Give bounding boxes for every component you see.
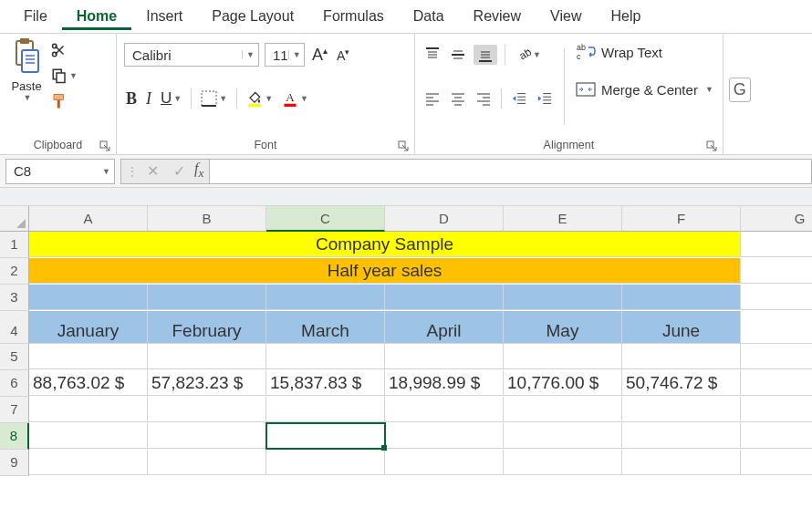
clipboard-launcher[interactable]: [99, 140, 110, 150]
align-top-button[interactable]: [422, 44, 442, 66]
copy-button[interactable]: ▼: [49, 65, 79, 87]
row-header-9[interactable]: 9: [0, 450, 29, 476]
cell-blue-3-4[interactable]: [504, 285, 622, 310]
row-header-8[interactable]: 8: [0, 423, 29, 450]
cell-9-1[interactable]: [148, 450, 266, 475]
chevron-down-icon[interactable]: ▼: [99, 167, 110, 176]
chevron-down-icon[interactable]: ▼: [24, 93, 32, 102]
cell-blue-3-2[interactable]: [266, 285, 385, 310]
cell-G1[interactable]: [741, 232, 812, 257]
align-bottom-button[interactable]: [474, 45, 497, 65]
enter-icon[interactable]: ✓: [168, 162, 191, 180]
cell-9-0[interactable]: [29, 450, 148, 475]
col-header-C[interactable]: C: [266, 206, 385, 232]
menu-page-layout[interactable]: Page Layout: [197, 3, 308, 30]
cell-value-1[interactable]: 57,823.23 $: [148, 370, 266, 396]
cell-month-2[interactable]: March: [266, 311, 385, 344]
cell-blue-3-1[interactable]: [148, 285, 266, 310]
orientation-button[interactable]: ab ▼: [513, 44, 543, 66]
cell-7-0[interactable]: [29, 397, 148, 422]
cell-7-6[interactable]: [741, 397, 812, 422]
format-painter-button[interactable]: [49, 90, 79, 112]
cell-9-2[interactable]: [266, 450, 385, 475]
bold-button[interactable]: B: [124, 88, 139, 109]
borders-button[interactable]: ▼: [199, 88, 229, 109]
italic-button[interactable]: I: [144, 88, 153, 109]
cell-month-4[interactable]: May: [504, 311, 622, 344]
cell-value-4[interactable]: 10,776.00 $: [504, 370, 622, 396]
align-center-button[interactable]: [448, 88, 468, 109]
name-box[interactable]: C8 ▼: [5, 159, 115, 184]
menu-formulas[interactable]: Formulas: [308, 3, 399, 30]
fill-color-button[interactable]: ▼: [245, 88, 275, 109]
align-middle-button[interactable]: [448, 44, 468, 66]
col-header-D[interactable]: D: [385, 206, 504, 232]
wrap-text-button[interactable]: abc Wrap Text: [574, 41, 715, 63]
decrease-font-button[interactable]: A▾: [335, 44, 351, 66]
formula-input[interactable]: [209, 159, 812, 184]
cell-G2[interactable]: [741, 258, 812, 284]
cell-blue-3-0[interactable]: [29, 285, 148, 310]
row-header-1[interactable]: 1: [0, 232, 29, 258]
cell-month-5[interactable]: June: [622, 311, 741, 344]
cell-G6[interactable]: [741, 370, 812, 396]
cell-5-5[interactable]: [622, 344, 741, 369]
cell-B8[interactable]: [148, 423, 266, 449]
cell-5-0[interactable]: [29, 344, 148, 369]
align-right-button[interactable]: [474, 88, 494, 109]
cell-subtitle[interactable]: Half year sales: [29, 258, 741, 284]
select-all-corner[interactable]: [0, 206, 29, 232]
chevron-down-icon[interactable]: ▼: [69, 71, 78, 80]
chevron-down-icon[interactable]: ▼: [219, 94, 227, 103]
increase-font-button[interactable]: A▴: [310, 44, 329, 66]
font-size-select[interactable]: 11 ▼: [265, 43, 305, 67]
font-launcher[interactable]: [398, 140, 409, 150]
chevron-down-icon[interactable]: ▼: [533, 50, 541, 59]
cell-7-4[interactable]: [504, 397, 622, 422]
cell-value-2[interactable]: 15,837.83 $: [266, 370, 385, 396]
number-format-partial[interactable]: G: [729, 78, 751, 102]
chevron-down-icon[interactable]: ▼: [300, 94, 308, 103]
cell-A8[interactable]: [29, 423, 148, 449]
col-header-B[interactable]: B: [148, 206, 266, 232]
cell-5-6[interactable]: [741, 344, 812, 369]
increase-indent-button[interactable]: [535, 88, 555, 109]
cell-month-0[interactable]: January: [29, 311, 148, 344]
cell-value-0[interactable]: 88,763.02 $: [29, 370, 148, 396]
cell-F8[interactable]: [622, 423, 741, 449]
font-color-button[interactable]: A ▼: [280, 88, 310, 109]
cell-9-6[interactable]: [741, 450, 812, 475]
chevron-down-icon[interactable]: ▼: [288, 50, 301, 59]
cell-7-2[interactable]: [266, 397, 385, 422]
row-header-3[interactable]: 3: [0, 285, 29, 311]
cut-button[interactable]: [49, 39, 79, 61]
menu-help[interactable]: Help: [596, 3, 655, 30]
row-header-2[interactable]: 2: [0, 258, 29, 285]
col-header-E[interactable]: E: [504, 206, 622, 232]
cell-D8[interactable]: [385, 423, 504, 449]
cancel-icon[interactable]: ✕: [141, 162, 164, 180]
spreadsheet-grid[interactable]: ABCDEFG 1Company Sample2Half year sales3…: [0, 206, 812, 476]
cell-blue-3-3[interactable]: [385, 285, 504, 310]
cell-G3[interactable]: [741, 285, 812, 310]
chevron-down-icon[interactable]: ▼: [705, 85, 713, 94]
cell-title[interactable]: Company Sample: [29, 232, 741, 257]
menu-home[interactable]: Home: [62, 3, 131, 30]
fx-icon[interactable]: fx: [194, 161, 203, 181]
menu-review[interactable]: Review: [459, 3, 536, 30]
cell-value-5[interactable]: 50,746.72 $: [622, 370, 741, 396]
cell-9-5[interactable]: [622, 450, 741, 475]
cell-blue-3-5[interactable]: [622, 285, 741, 310]
col-header-A[interactable]: A: [29, 206, 148, 232]
row-header-5[interactable]: 5: [0, 344, 29, 370]
cell-7-3[interactable]: [385, 397, 504, 422]
chevron-down-icon[interactable]: ▼: [265, 94, 273, 103]
merge-center-button[interactable]: Merge & Center ▼: [574, 79, 715, 99]
cell-9-4[interactable]: [504, 450, 622, 475]
cell-E8[interactable]: [504, 423, 622, 449]
cell-9-3[interactable]: [385, 450, 504, 475]
menu-file[interactable]: File: [9, 3, 62, 30]
cell-5-1[interactable]: [148, 344, 266, 369]
cell-G4[interactable]: [741, 311, 812, 344]
paste-button[interactable]: Paste ▼: [11, 37, 42, 102]
